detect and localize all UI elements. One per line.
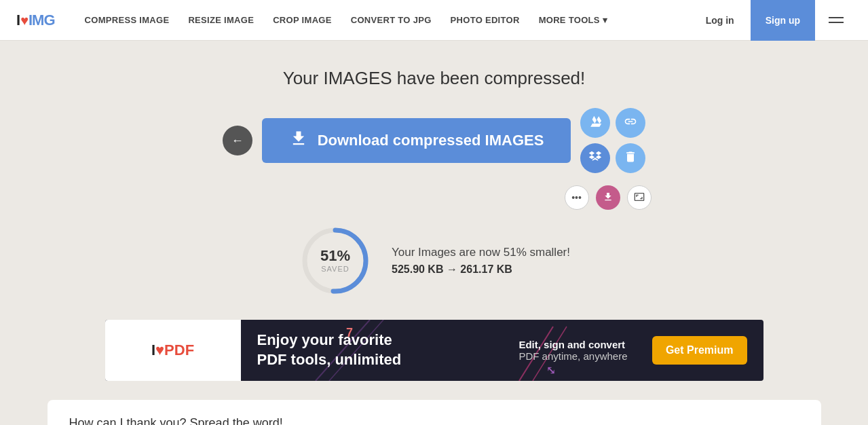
hamburger-line-2 xyxy=(829,22,844,23)
spread-section: How can I thank you? Spread the word! xyxy=(48,400,821,425)
action-icons-grid xyxy=(580,108,645,173)
stats-sizes: 525.90 KB → 261.17 KB xyxy=(392,263,570,276)
back-arrow-icon: ← xyxy=(231,134,244,148)
logo-heart-icon: ♥ xyxy=(20,13,28,28)
circle-text: 51% SAVED xyxy=(320,247,350,274)
ad-logo: I♥PDF xyxy=(105,320,241,381)
dots-icon: ••• xyxy=(571,192,582,203)
resize-icon xyxy=(634,191,645,204)
link-icon xyxy=(624,115,637,132)
nav-resize[interactable]: RESIZE IMAGE xyxy=(180,10,262,31)
main-content: Your IMAGES have been compressed! ← Down… xyxy=(0,41,868,425)
ad-banner: I♥PDF 7 ⤡ Enjoy your favorite PDF tools,… xyxy=(105,320,763,381)
signup-button[interactable]: Sign up xyxy=(751,0,815,41)
download-icon xyxy=(289,129,308,152)
nav-convert[interactable]: CONVERT TO JPG xyxy=(343,10,440,31)
page-title: Your IMAGES have been compressed! xyxy=(283,68,586,89)
back-button[interactable]: ← xyxy=(223,126,252,155)
delete-button[interactable] xyxy=(616,143,645,173)
logo-text: I♥IMG xyxy=(16,12,55,29)
google-drive-button[interactable] xyxy=(580,108,610,138)
stats-main-text: Your Images are now 51% smaller! xyxy=(392,246,570,259)
drive-icon xyxy=(588,114,603,132)
stats-description: Your Images are now 51% smaller! 525.90 … xyxy=(392,246,570,276)
ad-cta: Get Premium xyxy=(652,336,747,365)
small-resize-button[interactable] xyxy=(627,185,652,210)
login-button[interactable]: Log in xyxy=(695,10,745,31)
ad-logo-text: I♥PDF xyxy=(151,341,194,359)
circle-percent: 51% xyxy=(320,247,350,265)
download-row: ← Download compressed IMAGES xyxy=(223,108,646,173)
circle-label: SAVED xyxy=(320,265,350,274)
progress-circle: 51% SAVED xyxy=(298,223,373,298)
logo[interactable]: I♥IMG xyxy=(16,12,55,29)
stats-row: 51% SAVED Your Images are now 51% smalle… xyxy=(298,223,570,298)
delete-icon xyxy=(624,150,637,167)
navbar: I♥IMG COMPRESS IMAGE RESIZE IMAGE CROP I… xyxy=(0,0,868,41)
ad-right-text: Edit, sign and convert PDF anytime, anyw… xyxy=(518,339,627,362)
hamburger-button[interactable] xyxy=(820,12,852,29)
hamburger-line-1 xyxy=(829,17,844,18)
nav-actions: Log in Sign up xyxy=(695,0,852,41)
small-download-button[interactable] xyxy=(596,185,620,210)
nav-links: COMPRESS IMAGE RESIZE IMAGE CROP IMAGE C… xyxy=(77,10,695,31)
nav-photo-editor[interactable]: PHOTO EDITOR xyxy=(442,10,528,31)
small-download-icon xyxy=(603,191,614,204)
nav-crop[interactable]: CROP IMAGE xyxy=(265,10,340,31)
dropbox-button[interactable] xyxy=(580,143,610,173)
more-options-button[interactable]: ••• xyxy=(565,185,589,210)
get-premium-button[interactable]: Get Premium xyxy=(652,336,747,365)
download-button-label: Download compressed IMAGES xyxy=(318,132,544,149)
nav-more-tools[interactable]: MORE TOOLS ▾ xyxy=(531,10,616,31)
copy-link-button[interactable] xyxy=(616,108,645,138)
dropbox-icon xyxy=(588,150,602,167)
spread-title: How can I thank you? Spread the word! xyxy=(69,416,799,425)
nav-compress[interactable]: COMPRESS IMAGE xyxy=(77,10,178,31)
download-main-button[interactable]: Download compressed IMAGES xyxy=(262,118,571,163)
